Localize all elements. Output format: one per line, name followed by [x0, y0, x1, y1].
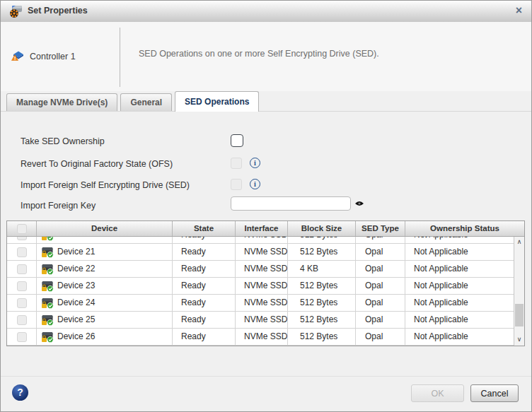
column-header-state[interactable]: State — [173, 221, 236, 236]
drive-icon — [41, 281, 54, 292]
drive-icon — [41, 264, 54, 275]
table-row[interactable]: Device 22 Ready NVMe SSD 4 KB Opal Not A… — [7, 261, 514, 278]
revert-ofs-checkbox — [231, 158, 242, 169]
column-header-block-size[interactable]: Block Size — [288, 221, 356, 236]
import-foreign-sed-info-icon[interactable]: i — [250, 179, 260, 189]
device-interface: NVMe SSD — [236, 312, 288, 328]
select-all-cell — [7, 221, 37, 236]
scroll-up-icon[interactable]: ∧ — [514, 237, 524, 248]
scroll-down-icon[interactable]: ∨ — [514, 334, 524, 346]
column-header-device[interactable]: Device — [37, 221, 173, 236]
device-name: Device 22 — [57, 261, 95, 277]
take-sed-ownership-checkbox[interactable] — [231, 134, 243, 147]
device-interface: NVMe SSD — [236, 278, 288, 294]
device-interface: NVMe SSD — [236, 261, 288, 277]
device-ownership-status: Not Applicable — [405, 261, 514, 277]
take-sed-ownership-label: Take SED Ownership — [21, 136, 105, 146]
import-foreign-sed-checkbox — [231, 179, 242, 190]
header-divider — [120, 28, 120, 87]
row-checkbox[interactable] — [17, 281, 27, 291]
tab-bar: Manage NVMe Drive(s) General SED Operati… — [1, 91, 531, 112]
show-password-eye-icon[interactable] — [354, 199, 364, 208]
dialog-header: Controller 1 SED Operations on one or mo… — [1, 22, 531, 91]
device-state: Ready — [173, 329, 236, 345]
drive-icon — [41, 247, 54, 258]
device-ownership-status: Not Applicable — [405, 312, 514, 328]
row-checkbox[interactable] — [17, 237, 27, 240]
table-row[interactable]: Device 21 Ready NVMe SSD 512 Bytes Opal … — [7, 244, 514, 261]
device-block-size: 512 Bytes — [288, 329, 356, 345]
device-name: Device 24 — [57, 295, 95, 311]
drive-icon — [41, 237, 54, 241]
table-scrollbar[interactable]: ∧ ∨ — [514, 237, 524, 346]
device-state: Ready — [173, 261, 236, 277]
device-name: Device 25 — [57, 312, 95, 328]
device-interface: NVMe SSD — [236, 329, 288, 345]
tab-sed-operations[interactable]: SED Operations — [175, 91, 259, 112]
table-header-row: Device State Interface Block Size SED Ty… — [7, 221, 524, 237]
column-header-sed-type[interactable]: SED Type — [356, 221, 405, 236]
device-state: Ready — [173, 312, 236, 328]
import-foreign-sed-label: Import Foreign Self Encrypting Drive (SE… — [21, 180, 190, 190]
device-ownership-status: Not Applicable — [405, 329, 514, 345]
select-all-checkbox[interactable] — [17, 224, 27, 234]
row-checkbox[interactable] — [17, 332, 27, 342]
title-bar: Set Properties × — [1, 1, 531, 23]
cancel-button[interactable]: Cancel — [470, 384, 519, 402]
window-title: Set Properties — [28, 6, 88, 16]
scrollbar-thumb[interactable] — [515, 304, 524, 326]
device-block-size: 512 Bytes — [288, 278, 356, 294]
drive-icon — [41, 314, 54, 326]
controller-icon — [11, 47, 26, 63]
device-ownership-status: Not Applicable — [405, 295, 514, 311]
device-sed-type: Opal — [356, 261, 405, 277]
import-foreign-key-input[interactable] — [231, 196, 351, 211]
table-row[interactable]: Device 26 Ready NVMe SSD 512 Bytes Opal … — [7, 329, 514, 346]
device-ownership-status: Not Applicable — [405, 278, 514, 294]
footer-divider — [1, 376, 531, 377]
drive-icon — [41, 331, 54, 343]
set-properties-gear-drive-icon — [8, 4, 24, 19]
help-icon[interactable]: ? — [12, 384, 28, 401]
device-sed-type: Opal — [356, 295, 405, 311]
row-checkbox[interactable] — [17, 298, 27, 308]
import-foreign-key-label: Import Foreign Key — [21, 201, 96, 211]
device-ownership-status: Not Applicable — [405, 244, 514, 260]
ok-button[interactable]: OK — [411, 384, 464, 402]
row-checkbox[interactable] — [17, 264, 27, 274]
table-row[interactable]: Device 24 Ready NVMe SSD 512 Bytes Opal … — [7, 295, 514, 312]
revert-ofs-label: Revert To Original Factory State (OFS) — [21, 159, 173, 169]
device-block-size: 512 Bytes — [288, 295, 356, 311]
footer-buttons: OK Cancel — [411, 384, 519, 402]
device-name: Device 26 — [57, 329, 95, 345]
column-header-ownership-status[interactable]: Ownership Status — [405, 221, 524, 236]
drive-icon — [41, 298, 54, 309]
row-checkbox[interactable] — [17, 247, 27, 257]
tab-general[interactable]: General — [120, 93, 172, 111]
device-sed-type: Opal — [356, 244, 405, 260]
device-interface: NVMe SSD — [236, 295, 288, 311]
column-header-interface[interactable]: Interface — [236, 221, 288, 236]
revert-ofs-info-icon[interactable]: i — [250, 158, 260, 168]
device-name: Device 21 — [57, 244, 95, 260]
device-table: Device State Interface Block Size SED Ty… — [6, 220, 525, 346]
table-body: Ready NVMe SSD 512 Bytes Opal Not Applic… — [7, 237, 524, 346]
close-icon[interactable]: × — [516, 4, 522, 18]
tab-manage-nvme-drives[interactable]: Manage NVMe Drive(s) — [6, 93, 117, 111]
device-sed-type: Opal — [356, 329, 405, 345]
device-state: Ready — [173, 295, 236, 311]
controller-label: Controller 1 — [30, 52, 76, 61]
partially-scrolled-row: Ready NVMe SSD 512 Bytes Opal Not Applic… — [7, 237, 514, 244]
table-rows-container: Ready NVMe SSD 512 Bytes Opal Not Applic… — [7, 237, 514, 346]
set-properties-dialog: Set Properties × Controller 1 SED Operat… — [0, 0, 532, 412]
table-row[interactable]: Device 25 Ready NVMe SSD 512 Bytes Opal … — [7, 312, 514, 329]
row-checkbox[interactable] — [17, 315, 27, 325]
device-interface: NVMe SSD — [236, 244, 288, 260]
device-block-size: 512 Bytes — [288, 312, 356, 328]
table-row[interactable]: Device 23 Ready NVMe SSD 512 Bytes Opal … — [7, 278, 514, 295]
dialog-description: SED Operations on one or more Self Encry… — [139, 49, 379, 59]
device-state: Ready — [173, 278, 236, 294]
device-block-size: 4 KB — [288, 261, 356, 277]
device-block-size: 512 Bytes — [288, 244, 356, 260]
device-state: Ready — [173, 244, 236, 260]
